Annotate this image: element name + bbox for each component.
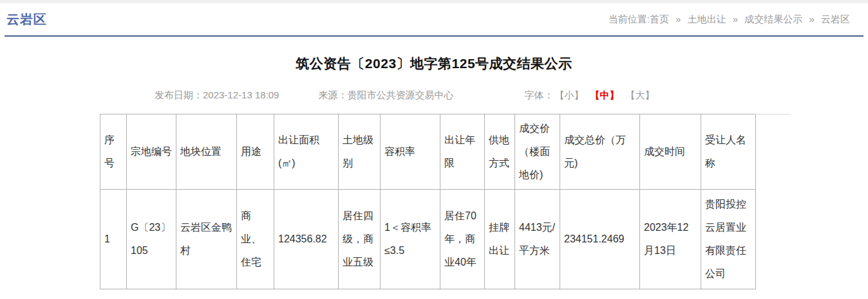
source: 来源：贵阳市公共资源交易中心 [318, 89, 453, 102]
breadcrumb-current-page: 云岩区 [821, 14, 850, 24]
column-header-land-grade: 土地级别 [339, 114, 381, 190]
cell-usage: 商业、住宅 [237, 190, 274, 289]
breadcrumb-label: 当前位置: [609, 14, 650, 24]
header-divider [5, 35, 863, 37]
breadcrumb-separator: » [809, 14, 814, 24]
column-header-deal-price: 成交价（楼面地价) [515, 114, 560, 190]
breadcrumb-home-link[interactable]: 首页 [650, 14, 669, 24]
article-meta: 发布日期：2023-12-13 18:09 来源：贵阳市公共资源交易中心 字体：… [155, 89, 868, 102]
font-size-large-button[interactable]: 【大】 [625, 89, 654, 102]
cell-location: 云岩区金鸭村 [176, 190, 237, 289]
cell-total-price: 234151.2469 [560, 190, 640, 289]
font-size-switcher: 字体： 【小】 【中】 【大】 [524, 89, 654, 102]
column-header-transferee: 受让人名称 [701, 114, 756, 190]
breadcrumb-deal-results-link[interactable]: 成交结果公示 [744, 14, 802, 24]
announcement-title: 筑公资告〔2023〕地字第125号成交结果公示 [0, 55, 868, 73]
font-size-small-button[interactable]: 【小】 [554, 89, 583, 102]
column-header-total-price: 成交总价（万元) [560, 114, 640, 190]
breadcrumb: 当前位置:首页 » 土地出让 » 成交结果公示 » 云岩区 [609, 14, 850, 26]
column-header-plot-ratio: 容积率 [381, 114, 440, 190]
results-table: 序号 宗地编号 地块位置 用途 出让面积(㎡) 土地级别 容积率 出让年限 供地… [100, 114, 756, 289]
site-header: 云岩区 当前位置:首页 » 土地出让 » 成交结果公示 » 云岩区 [0, 3, 868, 35]
column-header-deal-time: 成交时间 [640, 114, 701, 190]
cell-index: 1 [100, 190, 127, 289]
column-header-index: 序号 [100, 114, 127, 190]
cell-deal-time: 2023年12月13日 [640, 190, 701, 289]
source-label: 来源： [318, 89, 347, 100]
font-size-medium-button[interactable]: 【中】 [590, 89, 619, 102]
breadcrumb-land-transfer-link[interactable]: 土地出让 [688, 14, 726, 24]
column-header-supply-method: 供地方式 [485, 114, 515, 190]
breadcrumb-separator: » [675, 14, 681, 24]
cell-plot-ratio: 1＜容积率≤3.5 [381, 190, 440, 289]
table-header-row: 序号 宗地编号 地块位置 用途 出让面积(㎡) 土地级别 容积率 出让年限 供地… [100, 114, 756, 190]
column-header-area: 出让面积(㎡) [274, 114, 339, 190]
column-header-parcel-no: 宗地编号 [127, 114, 176, 190]
page: 云岩区 当前位置:首页 » 土地出让 » 成交结果公示 » 云岩区 筑公资告〔2… [0, 0, 868, 289]
cell-supply-method: 挂牌出让 [485, 190, 515, 289]
publish-date: 发布日期：2023-12-13 18:09 [155, 89, 279, 102]
cell-transferee: 贵阳投控云居置业有限责任公司 [701, 190, 756, 289]
table-border-extension [755, 114, 791, 114]
column-header-term: 出让年限 [440, 114, 485, 190]
cell-land-grade: 居住四级，商业五级 [339, 190, 381, 289]
breadcrumb-separator: » [733, 14, 738, 24]
publish-date-label: 发布日期： [155, 89, 203, 100]
district-title: 云岩区 [6, 11, 47, 28]
column-header-location: 地块位置 [176, 114, 237, 190]
results-table-wrap: 序号 宗地编号 地块位置 用途 出让面积(㎡) 土地级别 容积率 出让年限 供地… [100, 114, 757, 289]
cell-area: 124356.82 [274, 190, 339, 289]
table-row: 1 G〔23〕105 云岩区金鸭村 商业、住宅 124356.82 居住四级，商… [100, 190, 756, 289]
cell-parcel-no: G〔23〕105 [127, 190, 176, 289]
cell-deal-price: 4413元/平方米 [515, 190, 560, 289]
column-header-usage: 用途 [237, 114, 274, 190]
publish-date-value: 2023-12-13 18:09 [203, 89, 279, 100]
source-value: 贵阳市公共资源交易中心 [347, 89, 453, 100]
font-size-label: 字体： [524, 89, 553, 102]
cell-term: 居住70年，商业40年 [440, 190, 485, 289]
